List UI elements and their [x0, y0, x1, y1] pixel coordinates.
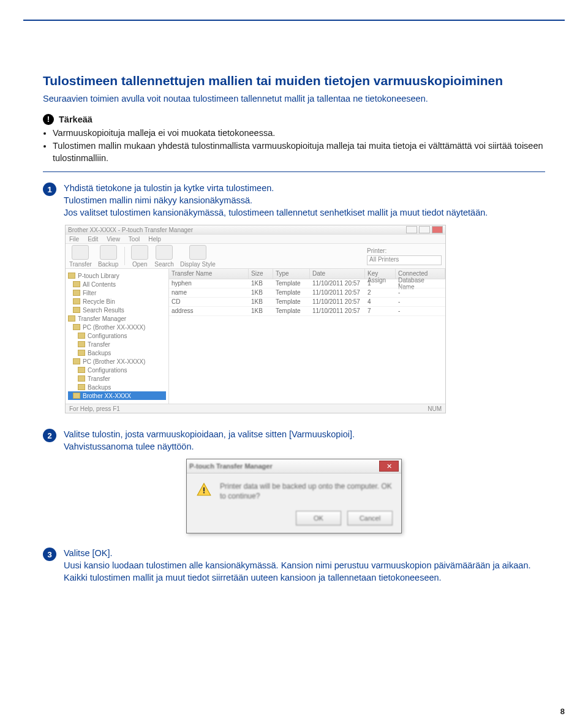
table-row[interactable]: address1KBTemplate11/10/2011 20:577-	[169, 307, 445, 316]
step-1: 1 Yhdistä tietokone ja tulostin ja kytke…	[43, 182, 545, 219]
titlebar: Brother XX-XXXX - P-touch Transfer Manag…	[66, 225, 445, 235]
toolbar-displaystyle-button[interactable]: Display Style	[180, 245, 216, 268]
column-headers[interactable]: Transfer Name Size Type Date Key Assign …	[169, 269, 445, 279]
tree-item[interactable]: Configurations	[68, 366, 166, 374]
tree-item[interactable]: Backups	[68, 348, 166, 357]
list-view: Transfer Name Size Type Date Key Assign …	[169, 269, 445, 404]
toolbar-separator	[124, 247, 125, 265]
dialog-cancel-button[interactable]: Cancel	[347, 511, 393, 525]
tree-item[interactable]: Transfer Manager	[68, 314, 166, 323]
col-name[interactable]: Transfer Name	[169, 269, 249, 279]
svg-rect-1	[203, 492, 205, 494]
table-row[interactable]: CD1KBTemplate11/10/2011 20:574-	[169, 298, 445, 307]
list-body[interactable]: hyphen1KBTemplate11/10/2011 20:571-name1…	[169, 279, 445, 404]
printer-select[interactable]: All Printers	[367, 255, 442, 265]
step-3: 3 Valitse [OK]. Uusi kansio luodaan tulo…	[43, 547, 545, 584]
step-text: Valitse [OK].	[64, 547, 545, 559]
step-text: Valitse tulostin, josta varmuuskopioidaa…	[64, 428, 545, 440]
col-conn[interactable]: Connected Database Name	[396, 269, 445, 279]
page-title: Tulostimeen tallennettujen mallien tai m…	[43, 73, 545, 88]
tree-item[interactable]: Configurations	[68, 331, 166, 340]
toolbar-transfer-button[interactable]: Transfer	[69, 245, 92, 268]
tree-item[interactable]: PC (Brother XX-XXXX)	[68, 357, 166, 366]
important-item: Tulostimen mallin mukaan yhdestä tulosti…	[53, 140, 545, 164]
maximize-button[interactable]	[419, 226, 430, 233]
col-type[interactable]: Type	[273, 269, 310, 279]
status-bar: For Help, press F1 NUM	[66, 404, 445, 413]
tree-item[interactable]: Transfer	[68, 340, 166, 348]
window-title: Brother XX-XXXX - P-touch Transfer Manag…	[68, 227, 193, 233]
app-window: Brother XX-XXXX - P-touch Transfer Manag…	[65, 225, 446, 413]
dialog-title: P-touch Transfer Manager	[189, 462, 273, 470]
tree-item[interactable]: PC (Brother XX-XXXX)	[68, 323, 166, 331]
tree-item[interactable]: Recycle Bin	[68, 297, 166, 306]
tree-item[interactable]: Backups	[68, 383, 166, 391]
step-text: Tulostimen mallin nimi näkyy kansionäkym…	[64, 194, 545, 206]
table-row[interactable]: name1KBTemplate11/10/2011 20:572-	[169, 288, 445, 298]
dialog-message: Printer data will be backed up onto the …	[220, 482, 393, 501]
step-text: Jos valitset tulostimen kansionäkymässä,…	[64, 206, 545, 219]
important-label: Tärkeää	[59, 115, 92, 124]
menu-item[interactable]: Tool	[129, 236, 140, 243]
dialog-close-button[interactable]: ✕	[379, 461, 399, 472]
menu-item[interactable]: Help	[148, 236, 161, 243]
table-row[interactable]: hyphen1KBTemplate11/10/2011 20:571-	[169, 279, 445, 288]
dialog-ok-button[interactable]: OK	[296, 511, 341, 525]
col-key[interactable]: Key Assign	[365, 269, 396, 279]
tree-item[interactable]: Transfer	[68, 374, 166, 383]
header-rule	[23, 20, 565, 21]
col-size[interactable]: Size	[249, 269, 273, 279]
step-text: Yhdistä tietokone ja tulostin ja kytke v…	[64, 182, 545, 194]
toolbar-search-button[interactable]: Search	[154, 245, 174, 268]
status-text: For Help, press F1	[69, 405, 120, 412]
menu-item[interactable]: Edit	[88, 236, 98, 243]
dialog-titlebar: P-touch Transfer Manager ✕	[187, 459, 401, 473]
col-date[interactable]: Date	[310, 269, 365, 279]
toolbar: Transfer Backup Open Search Display Styl…	[66, 244, 445, 269]
menubar: File Edit View Tool Help	[66, 235, 445, 244]
divider	[43, 171, 545, 172]
step-text: Uusi kansio luodaan tulostimen alle kans…	[64, 559, 545, 584]
tree-item[interactable]: P-touch Library	[68, 271, 166, 280]
step-text: Vahvistussanoma tulee näyttöön.	[64, 440, 545, 453]
status-num: NUM	[428, 405, 442, 412]
close-button[interactable]	[432, 226, 443, 233]
tree-view[interactable]: P-touch LibraryAll ContentsFilterRecycle…	[66, 269, 169, 404]
important-icon: !	[43, 114, 54, 125]
toolbar-open-button[interactable]: Open	[131, 245, 148, 268]
toolbar-backup-button[interactable]: Backup	[98, 245, 118, 268]
step-number-badge: 1	[43, 183, 56, 196]
tree-item[interactable]: Search Results	[68, 306, 166, 314]
important-item: Varmuuskopioituja malleja ei voi muokata…	[53, 127, 545, 140]
menu-item[interactable]: View	[107, 236, 120, 243]
warning-icon	[195, 482, 213, 498]
menu-item[interactable]: File	[69, 236, 79, 243]
tree-item[interactable]: Filter	[68, 288, 166, 297]
minimize-button[interactable]	[406, 226, 417, 233]
step-2: 2 Valitse tulostin, josta varmuuskopioid…	[43, 428, 545, 453]
step-number-badge: 2	[43, 429, 56, 442]
important-block: ! Tärkeää Varmuuskopioituja malleja ei v…	[43, 114, 545, 165]
page-number: 8	[560, 707, 565, 716]
tree-item[interactable]: All Contents	[68, 280, 166, 288]
confirmation-dialog: P-touch Transfer Manager ✕ Printer data …	[186, 459, 402, 533]
printer-label: Printer:	[367, 247, 442, 254]
lead-paragraph: Seuraavien toimien avulla voit noutaa tu…	[43, 93, 545, 105]
svg-rect-0	[203, 488, 205, 492]
step-number-badge: 3	[43, 548, 56, 561]
tree-item[interactable]: Brother XX-XXXX	[68, 391, 166, 400]
